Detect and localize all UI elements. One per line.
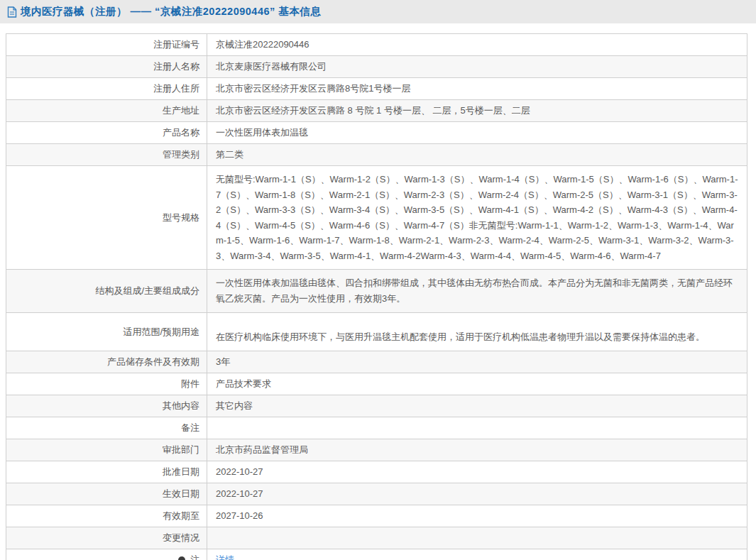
- registration-info-table: 注册证编号 京械注准20222090446 注册人名称 北京麦康医疗器械有限公司…: [6, 33, 747, 560]
- row-value: 北京麦康医疗器械有限公司: [207, 56, 747, 78]
- table-row: 生产地址 北京市密云区经济开发区云腾路 8 号院 1 号楼一层、 二层，5号楼一…: [6, 100, 747, 122]
- row-value: 2022-10-27: [207, 461, 747, 483]
- row-value-text: 其它内容: [216, 400, 253, 411]
- table-row: 有效期至 2027-10-26: [6, 505, 747, 527]
- row-label-text: 变更情况: [163, 532, 199, 543]
- row-label: 注册人住所: [6, 78, 207, 100]
- table-row: 批准日期 2022-10-27: [6, 461, 747, 483]
- table-row: 注册人名称 北京麦康医疗器械有限公司: [6, 56, 747, 78]
- note-icon: [178, 556, 185, 560]
- row-label-text: 审批部门: [163, 444, 199, 455]
- table-row: 其他内容 其它内容: [6, 395, 747, 417]
- row-value: 3年: [207, 351, 747, 373]
- row-label-text: 型号规格: [163, 212, 199, 223]
- row-label: 注册证编号: [6, 34, 207, 56]
- row-label-text: 有效期至: [163, 510, 199, 521]
- row-value: [207, 527, 747, 549]
- row-label: 审批部门: [6, 439, 207, 461]
- row-value: 北京市药品监督管理局: [207, 439, 747, 461]
- row-label: 附件: [6, 373, 207, 395]
- row-label: 注册人名称: [6, 56, 207, 78]
- row-label-text: 注册人名称: [153, 61, 199, 72]
- row-value-text: 北京市密云区经济开发区云腾路8号院1号楼一层: [216, 83, 410, 94]
- row-value: 北京市密云区经济开发区云腾路8号院1号楼一层: [207, 78, 747, 100]
- details-link[interactable]: 详情: [216, 554, 234, 560]
- page-title: 境内医疗器械（注册） —— “京械注准20222090446” 基本信息: [21, 5, 321, 18]
- row-label-text: 产品储存条件及有效期: [107, 356, 199, 367]
- row-label: 型号规格: [6, 166, 207, 270]
- row-value: 一次性医用体表加温毯由毯体、四合扣和绑带组成，其中毯体由无纺布热合而成。本产品分…: [207, 270, 747, 313]
- table-row: 注 详情: [6, 549, 747, 560]
- table-row: 变更情况: [6, 527, 747, 549]
- row-value-text: 北京市药品监督管理局: [216, 444, 308, 455]
- row-value-text: 北京麦康医疗器械有限公司: [216, 61, 327, 72]
- row-label-text: 其他内容: [163, 400, 199, 411]
- page-header: 境内医疗器械（注册） —— “京械注准20222090446” 基本信息: [0, 0, 756, 23]
- registration-table-body: 注册证编号 京械注准20222090446 注册人名称 北京麦康医疗器械有限公司…: [6, 34, 747, 560]
- row-label-text: 结构及组成/主要组成成分: [95, 285, 199, 296]
- row-value: 第二类: [207, 144, 747, 166]
- row-value-text: 北京市密云区经济开发区云腾路 8 号院 1 号楼一层、 二层，5号楼一层、二层: [216, 105, 530, 116]
- row-value-text: 2022-10-27: [216, 466, 263, 477]
- row-value: 京械注准20222090446: [207, 34, 747, 56]
- row-value-text: 无菌型号:Warm-1-1（S）、Warm-1-2（S）、Warm-1-3（S）…: [216, 174, 738, 261]
- row-label: 其他内容: [6, 395, 207, 417]
- table-row: 附件 产品技术要求: [6, 373, 747, 395]
- table-row: 产品储存条件及有效期 3年: [6, 351, 747, 373]
- row-label-text: 注册人住所: [153, 83, 199, 94]
- table-row: 注册人住所 北京市密云区经济开发区云腾路8号院1号楼一层: [6, 78, 747, 100]
- row-label: 管理类别: [6, 144, 207, 166]
- row-label: 结构及组成/主要组成成分: [6, 270, 207, 313]
- row-value-text: 产品技术要求: [216, 378, 271, 389]
- table-row: 产品名称 一次性医用体表加温毯: [6, 122, 747, 144]
- row-value: 北京市密云区经济开发区云腾路 8 号院 1 号楼一层、 二层，5号楼一层、二层: [207, 100, 747, 122]
- row-label-text: 生产地址: [163, 105, 199, 116]
- row-label: 产品名称: [6, 122, 207, 144]
- row-value: [207, 417, 747, 439]
- row-label-text: 附件: [181, 378, 199, 389]
- row-value-text: 2022-10-27: [216, 488, 263, 499]
- row-label: 生产地址: [6, 100, 207, 122]
- row-value-text: 2027-10-26: [216, 510, 263, 521]
- table-row: 注册证编号 京械注准20222090446: [6, 34, 747, 56]
- row-label: 备注: [6, 417, 207, 439]
- table-row: 审批部门 北京市药品监督管理局: [6, 439, 747, 461]
- row-label-text: 适用范围/预期用途: [123, 326, 199, 337]
- row-label: 产品储存条件及有效期: [6, 351, 207, 373]
- row-label-text: 管理类别: [163, 149, 199, 160]
- row-value: 产品技术要求: [207, 373, 747, 395]
- row-label-text: 产品名称: [163, 127, 199, 138]
- row-label: 批准日期: [6, 461, 207, 483]
- table-row: 备注: [6, 417, 747, 439]
- row-label: 变更情况: [6, 527, 207, 549]
- row-value-text: 3年: [216, 356, 230, 367]
- row-label: 注: [6, 549, 207, 560]
- row-value-text: 第二类: [216, 149, 243, 160]
- row-value: 详情: [207, 549, 747, 560]
- row-label: 生效日期: [6, 483, 207, 505]
- table-row: 管理类别 第二类: [6, 144, 747, 166]
- document-icon: [7, 6, 17, 18]
- row-value-text: 一次性医用体表加温毯: [216, 127, 308, 138]
- row-label-text: 生效日期: [163, 488, 199, 499]
- row-value: 一次性医用体表加温毯: [207, 122, 747, 144]
- row-label-text: 注册证编号: [153, 39, 199, 50]
- row-label-text: 备注: [181, 422, 199, 433]
- row-value: 无菌型号:Warm-1-1（S）、Warm-1-2（S）、Warm-1-3（S）…: [207, 166, 747, 270]
- table-row: 型号规格 无菌型号:Warm-1-1（S）、Warm-1-2（S）、Warm-1…: [6, 166, 747, 270]
- row-value: 2022-10-27: [207, 483, 747, 505]
- row-label: 有效期至: [6, 505, 207, 527]
- table-row: 适用范围/预期用途 在医疗机构临床使用环境下，与医用升温毯主机配套使用，适用于医…: [6, 313, 747, 351]
- row-value: 其它内容: [207, 395, 747, 417]
- row-label-text: 批准日期: [163, 466, 199, 477]
- row-label: 适用范围/预期用途: [6, 313, 207, 351]
- row-value-text: 在医疗机构临床使用环境下，与医用升温毯主机配套使用，适用于医疗机构低温患者物理升…: [216, 331, 705, 342]
- table-row: 结构及组成/主要组成成分 一次性医用体表加温毯由毯体、四合扣和绑带组成，其中毯体…: [6, 270, 747, 313]
- table-row: 生效日期 2022-10-27: [6, 483, 747, 505]
- row-value-text: 京械注准20222090446: [216, 39, 309, 50]
- row-label-text: 注: [190, 554, 199, 560]
- row-value: 在医疗机构临床使用环境下，与医用升温毯主机配套使用，适用于医疗机构低温患者物理升…: [207, 313, 747, 351]
- row-value-text: 一次性医用体表加温毯由毯体、四合扣和绑带组成，其中毯体由无纺布热合而成。本产品分…: [216, 278, 733, 304]
- row-value: 2027-10-26: [207, 505, 747, 527]
